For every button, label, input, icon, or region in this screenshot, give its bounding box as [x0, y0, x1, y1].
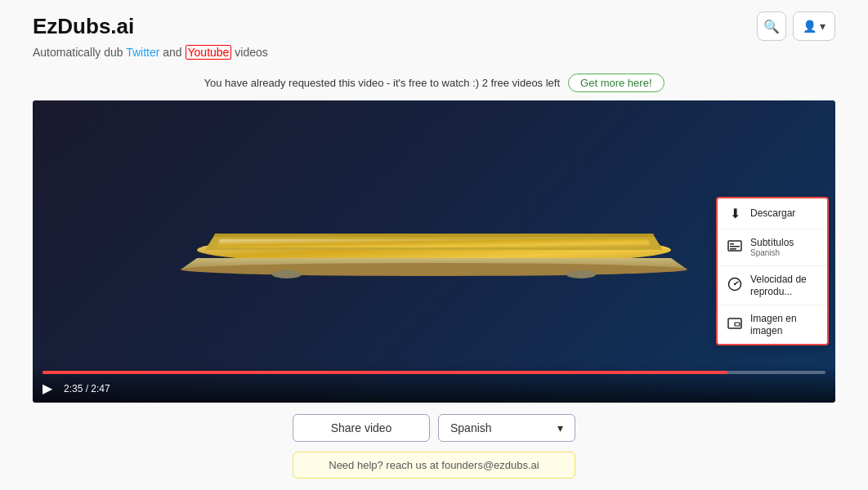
svg-point-13 [734, 283, 736, 285]
subtitles-text: Subtítulos Spanish [750, 237, 794, 258]
banner: You have already requested this video - … [0, 67, 868, 100]
context-menu-speed[interactable]: Velocidad de reprodu... [718, 266, 827, 305]
pip-label: Imagen en imagen [750, 313, 817, 336]
subtitles-icon [727, 240, 742, 255]
context-menu-download[interactable]: ⬇ Descargar [718, 198, 827, 229]
svg-point-6 [272, 270, 302, 278]
user-chevron-icon: ▾ [820, 20, 825, 33]
download-icon: ⬇ [727, 206, 742, 221]
svg-rect-15 [735, 323, 740, 326]
twitter-link[interactable]: Twitter [126, 46, 159, 59]
context-menu-subtitles[interactable]: Subtítulos Spanish [718, 229, 827, 266]
language-chevron-icon: ▾ [557, 421, 563, 434]
youtube-link[interactable]: Youtube [186, 45, 232, 60]
video-player: ⬇ Descargar Subtítulos Spanish [33, 100, 835, 403]
subtitle: Automatically dub Twitter and Youtube vi… [0, 46, 868, 67]
speed-label: Velocidad de reprodu... [750, 274, 817, 297]
svg-marker-3 [217, 239, 651, 247]
context-menu: ⬇ Descargar Subtítulos Spanish [716, 197, 829, 345]
svg-marker-2 [213, 234, 655, 237]
context-menu-pip[interactable]: Imagen en imagen [718, 305, 827, 344]
svg-rect-9 [730, 243, 734, 245]
subtitles-label: Subtítulos [750, 237, 794, 248]
help-button[interactable]: Need help? reach us at founders@ezdubs.a… [293, 452, 575, 479]
share-button[interactable]: Share video [293, 414, 430, 442]
help-bar: Need help? reach us at founders@ezdubs.a… [0, 448, 868, 479]
video-controls: ▶ 2:35 / 2:47 [33, 364, 835, 403]
download-label: Descargar [750, 207, 795, 219]
subtitle-text-after: videos [231, 46, 267, 59]
progress-fill [43, 371, 727, 374]
get-more-button[interactable]: Get more here! [568, 74, 664, 92]
bottom-controls: Share video Spanish ▾ [0, 403, 868, 448]
subtitle-text-middle: and [159, 46, 185, 59]
banner-message: You have already requested this video - … [204, 77, 560, 89]
pip-icon [727, 318, 742, 332]
svg-point-5 [181, 263, 687, 276]
header: EzDubs.ai 🔍 👤 ▾ [0, 0, 868, 46]
laptop-image [156, 162, 712, 341]
search-icon: 🔍 [763, 19, 780, 34]
speed-icon [727, 277, 742, 295]
subtitles-language: Spanish [750, 248, 794, 258]
language-value: Spanish [450, 421, 492, 434]
search-button[interactable]: 🔍 [757, 11, 786, 41]
video-content [33, 100, 835, 403]
controls-row: ▶ 2:35 / 2:47 [43, 381, 825, 396]
time-display: 2:35 / 2:47 [64, 383, 110, 394]
progress-bar[interactable] [43, 371, 825, 374]
svg-rect-11 [730, 248, 736, 250]
play-button[interactable]: ▶ [43, 381, 52, 396]
header-actions: 🔍 👤 ▾ [757, 11, 835, 41]
user-menu-button[interactable]: 👤 ▾ [793, 11, 835, 41]
svg-point-7 [566, 270, 596, 278]
language-select[interactable]: Spanish ▾ [438, 414, 575, 442]
svg-rect-10 [730, 246, 740, 247]
logo: EzDubs.ai [33, 14, 134, 39]
user-icon: 👤 [803, 20, 817, 33]
subtitle-text-before: Automatically dub [33, 46, 126, 59]
